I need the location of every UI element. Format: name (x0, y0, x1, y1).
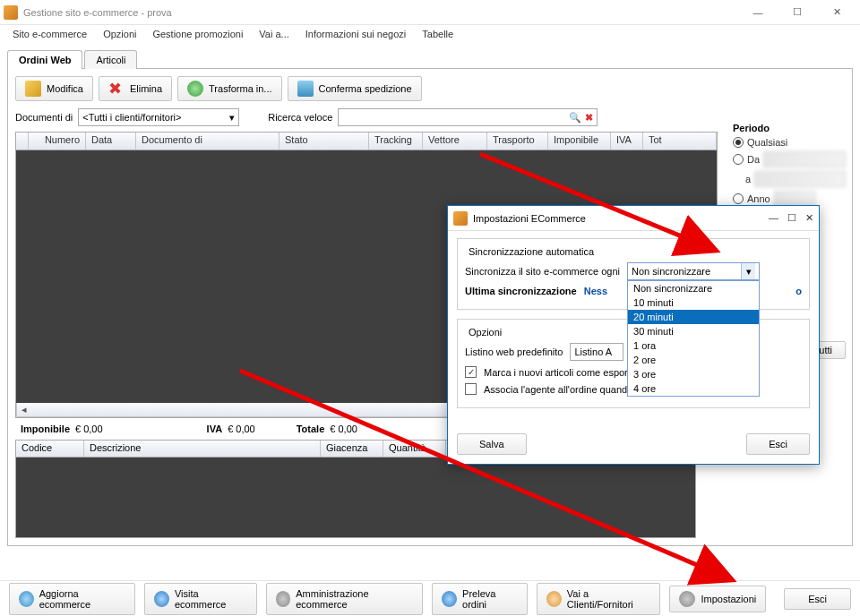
app-icon (4, 5, 18, 20)
dialog-maximize[interactable]: ☐ (787, 212, 796, 224)
sync-option[interactable]: 20 minuti (628, 310, 759, 324)
vai-clienti-button[interactable]: Vai a Clienti/Fornitori (537, 583, 660, 615)
salva-button[interactable]: Salva (457, 433, 527, 455)
tab-ordini[interactable]: Ordini Web (7, 50, 82, 69)
tabs: Ordini Web Articoli (7, 50, 853, 69)
chevron-down-icon: ▾ (741, 263, 755, 279)
listino-label: Listino web predefinito (465, 346, 563, 357)
dialog-icon (453, 211, 468, 226)
col-totale[interactable]: Tot (643, 133, 717, 150)
col-stato[interactable]: Stato (280, 133, 369, 150)
settings-dialog: Impostazioni ECommerce — ☐ ✕ Sincronizza… (447, 205, 820, 465)
search-icon: 🔍 (569, 112, 581, 124)
menu-tabelle[interactable]: Tabelle (422, 29, 453, 39)
col2-descrizione[interactable]: Descrizione (84, 441, 321, 457)
menu-opzioni[interactable]: Opzioni (103, 29, 136, 39)
clear-icon[interactable]: ✖ (585, 112, 593, 124)
visita-ecommerce-button[interactable]: Visita ecommerce (144, 583, 256, 615)
menu-promozioni[interactable]: Gestione promozioni (152, 29, 243, 39)
pencil-icon (25, 81, 41, 97)
col2-codice[interactable]: Codice (16, 441, 84, 457)
listino-select[interactable]: Listino A (570, 343, 624, 361)
col-tracking[interactable]: Tracking (369, 133, 423, 150)
dialog-minimize[interactable]: — (769, 212, 778, 224)
group-sync-legend: Sincronizzazione automatica (465, 246, 598, 257)
search-label: Ricerca veloce (268, 112, 332, 123)
settings-icon (679, 591, 695, 607)
tab-articoli[interactable]: Articoli (84, 50, 137, 69)
refresh-icon (19, 591, 34, 607)
date-to-field[interactable] (754, 171, 846, 187)
trasforma-button[interactable]: Trasforma in... (177, 76, 282, 101)
sync-option[interactable]: 3 ore (628, 367, 759, 381)
globe-icon (154, 591, 169, 607)
sync-option[interactable]: 1 ora (628, 338, 759, 353)
menu-info[interactable]: Informazioni sui negozi (305, 29, 407, 39)
sync-options-list: Non sincronizzare10 minuti20 minuti30 mi… (627, 280, 760, 397)
doc-label: Documenti di (15, 112, 73, 123)
aggiorna-ecommerce-button[interactable]: Aggiorna ecommerce (9, 583, 135, 615)
window-title: Gestione sito e-commerce - prova (23, 7, 172, 18)
date-from-field[interactable] (763, 151, 846, 167)
sync-option[interactable]: 10 minuti (628, 295, 759, 310)
window-titlebar: Gestione sito e-commerce - prova — ☐ ✕ (0, 0, 860, 25)
menu-vai[interactable]: Vai a... (259, 29, 288, 39)
conferma-button[interactable]: Conferma spedizione (288, 76, 422, 101)
col-imponibile[interactable]: Imponibile (548, 133, 611, 150)
sync-option[interactable]: Non sincronizzare (628, 281, 759, 295)
sync-option[interactable]: 4 ore (628, 381, 759, 396)
chevron-down-icon: ▾ (229, 112, 235, 124)
grid2-body (15, 458, 696, 538)
grid-header: Numero Data Documento di Stato Tracking … (16, 133, 717, 150)
sync-option[interactable]: 2 ore (628, 353, 759, 367)
maximize-button[interactable]: ☐ (778, 0, 817, 25)
search-input[interactable]: 🔍 ✖ (338, 108, 598, 126)
radio-da[interactable]: Da (733, 154, 760, 165)
col-documento[interactable]: Documento di (136, 133, 280, 150)
dialog-esci-button[interactable]: Esci (746, 433, 810, 455)
col2-quantita[interactable]: Quantità (383, 441, 446, 457)
col-vettore[interactable]: Vettore (423, 133, 487, 150)
group-opzioni-legend: Opzioni (465, 327, 505, 338)
esci-button[interactable]: Esci (784, 588, 851, 610)
chk-marca[interactable] (465, 366, 477, 378)
chk-associa[interactable] (465, 383, 477, 395)
menubar: Sito e-commerce Opzioni Gestione promozi… (0, 25, 860, 43)
bottom-toolbar: Aggiorna ecommerce Visita ecommerce Ammi… (0, 580, 860, 616)
users-icon (546, 591, 562, 607)
transform-icon (187, 81, 203, 97)
last-sync-label: Ultima sincronizzazione (465, 286, 577, 296)
modifica-button[interactable]: Modifica (15, 76, 93, 101)
impostazioni-button[interactable]: Impostazioni (669, 586, 766, 612)
col-numero[interactable]: Numero (29, 133, 86, 150)
radio-anno[interactable]: Anno (733, 193, 770, 204)
truck-icon (297, 81, 314, 97)
download-icon (442, 591, 457, 607)
menu-sito[interactable]: Sito e-commerce (13, 29, 87, 39)
col2-giacenza[interactable]: Giacenza (321, 441, 383, 457)
minimize-button[interactable]: — (738, 0, 778, 25)
delete-icon: ✖ (108, 81, 125, 97)
close-button[interactable]: ✕ (817, 0, 856, 25)
sync-label: Sincronizza il sito e-commerce ogni (465, 266, 620, 277)
elimina-button[interactable]: ✖Elimina (99, 76, 172, 101)
sync-interval-select[interactable]: Non sincronizzare ▾ Non sincronizzare10 … (627, 262, 760, 280)
col-data[interactable]: Data (86, 133, 136, 150)
col-trasporto[interactable]: Trasporto (487, 133, 548, 150)
amministrazione-button[interactable]: Amministrazione ecommerce (266, 583, 424, 615)
doc-select[interactable]: <Tutti i clienti/fornitori>▾ (78, 108, 239, 126)
col-iva[interactable]: IVA (611, 133, 643, 150)
dialog-title: Impostazioni ECommerce (473, 213, 586, 224)
preleva-ordini-button[interactable]: Preleva ordini (432, 583, 528, 615)
last-sync-value: Ness (584, 286, 607, 296)
dialog-close[interactable]: ✕ (805, 212, 813, 224)
sync-option[interactable]: 30 minuti (628, 324, 759, 338)
gear-icon (276, 591, 291, 607)
radio-qualsiasi[interactable]: Qualsiasi (733, 137, 846, 148)
